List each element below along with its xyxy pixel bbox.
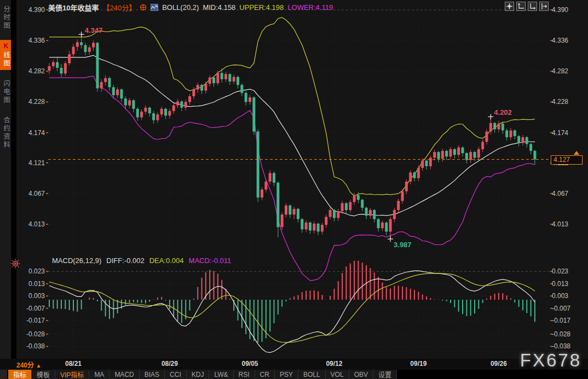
svg-text:0.003: 0.003 <box>552 292 568 300</box>
svg-text:4.013: 4.013 <box>28 220 45 228</box>
toolbar-template[interactable]: 模板 <box>32 370 55 379</box>
svg-text:4.336: 4.336 <box>28 37 45 44</box>
toolbar-vip-indicator[interactable]: VIP指标 <box>55 370 89 379</box>
svg-text:0.013: 0.013 <box>552 280 568 288</box>
x-axis-label: 09/05 <box>238 360 262 368</box>
left-sidebar: 分时图 K线图 闪电图 合约资料 <box>0 0 11 359</box>
instrument-title: 美债10年收益率 <box>48 2 99 13</box>
toolbar-vol[interactable]: VOL <box>326 370 349 379</box>
svg-text:4.121: 4.121 <box>28 159 45 167</box>
boll-lower-value: LOWER:4.119 <box>287 3 333 11</box>
svg-text:4.347: 4.347 <box>85 26 103 34</box>
sidebar-item-flash[interactable]: 闪电图 <box>0 78 11 107</box>
toolbar-rsi[interactable]: RSI <box>234 370 255 379</box>
indicator-toolbar: 指标 模板 VIP指标 MA MACD BIAS CCI KDJ LW& RSI… <box>0 370 588 379</box>
svg-text:0.023: 0.023 <box>28 267 45 275</box>
toolbar-cci[interactable]: CCI <box>165 370 187 379</box>
target-icon[interactable] <box>140 4 147 11</box>
svg-text:4.202: 4.202 <box>494 108 512 116</box>
price-up-marker-icon <box>574 151 579 155</box>
macd-diff-value: DIFF:-0.002 <box>106 256 144 265</box>
sidebar-divider <box>11 0 16 359</box>
svg-text:-0.017: -0.017 <box>26 317 45 324</box>
svg-text:4.336: 4.336 <box>552 37 568 44</box>
svg-text:0.013: 0.013 <box>28 280 45 288</box>
sidebar-item-contract-info[interactable]: 合约资料 <box>0 114 11 151</box>
toolbar-bias[interactable]: BIAS <box>140 370 165 379</box>
trading-app: { "header": { "title": "美债10年收益率", "peri… <box>0 0 588 379</box>
toolbar-kdj[interactable]: KDJ <box>187 370 210 379</box>
period-selector[interactable]: 240分 ▲ <box>16 360 41 369</box>
pan-right-icon[interactable] <box>539 2 549 11</box>
x-axis-label: 09/12 <box>322 360 346 368</box>
toolbar-ma[interactable]: MA <box>89 370 109 379</box>
svg-text:0.003: 0.003 <box>28 292 45 300</box>
fx678-watermark: FX678 <box>520 350 581 371</box>
svg-text:-0.017: -0.017 <box>552 317 570 324</box>
sidebar-item-timeline[interactable]: 分时图 <box>0 3 11 32</box>
svg-text:4.228: 4.228 <box>552 98 568 106</box>
macd-value: MACD:-0.011 <box>189 256 232 265</box>
x-axis-label: 09/19 <box>406 360 430 368</box>
macd-header: MACD(26,12,9) DIFF:-0.002 DEA:0.004 MACD… <box>52 256 231 265</box>
sidebar-item-kline[interactable]: K线图 <box>0 40 11 70</box>
toolbar-settings[interactable]: 设置 <box>373 370 397 379</box>
svg-text:4.390: 4.390 <box>552 6 568 14</box>
toolbar-boll[interactable]: BOLL <box>298 370 326 379</box>
svg-text:4.174: 4.174 <box>28 129 45 137</box>
scale-y-axis-icon[interactable] <box>516 2 526 11</box>
svg-text:-0.007: -0.007 <box>26 305 45 312</box>
crosshair-icon[interactable] <box>505 2 514 11</box>
svg-text:-0.028: -0.028 <box>26 330 45 338</box>
alert-burst-icon[interactable] <box>10 258 21 271</box>
boll-label: BOLL(20,2) <box>162 3 199 11</box>
svg-text:4.282: 4.282 <box>552 67 568 75</box>
boll-upper-value: UPPER:4.198 <box>239 3 284 11</box>
toolbar-indicator[interactable]: 指标 <box>8 370 32 379</box>
x-axis-label: 09/26 <box>487 360 511 368</box>
main-chart[interactable]: 4.3904.3904.3364.3364.2824.2824.2284.228… <box>0 0 588 359</box>
svg-text:4.174: 4.174 <box>552 129 568 137</box>
svg-text:-0.038: -0.038 <box>26 342 45 350</box>
chart-area: 4.3904.3904.3364.3364.2824.2824.2284.228… <box>0 0 588 359</box>
toolbar-obv[interactable]: OBV <box>349 370 373 379</box>
scale-x-axis-icon[interactable] <box>528 2 537 11</box>
x-axis-label: 08/21 <box>61 360 85 368</box>
period-label: 【240分】 <box>102 2 136 13</box>
macd-label: MACD(26,12,9) <box>52 256 101 265</box>
svg-text:0.023: 0.023 <box>552 267 568 275</box>
svg-text:3.987: 3.987 <box>394 241 412 249</box>
price-chart-header: 美债10年收益率 【240分】 BOLL(20,2) MID:4.158 UPP… <box>48 2 333 13</box>
svg-text:4.067: 4.067 <box>28 190 45 197</box>
svg-text:-0.007: -0.007 <box>552 305 570 312</box>
svg-text:4.013: 4.013 <box>552 220 568 228</box>
kline-chart-icon[interactable] <box>151 4 158 11</box>
toolbar-macd[interactable]: MACD <box>109 370 139 379</box>
svg-text:4.067: 4.067 <box>552 190 568 197</box>
svg-text:4.390: 4.390 <box>28 6 45 14</box>
toolbar-stub <box>0 370 7 379</box>
toolbar-cr[interactable]: CR <box>255 370 275 379</box>
macd-dea-value: DEA:0.004 <box>149 256 184 265</box>
svg-text:-0.038: -0.038 <box>552 342 570 350</box>
toolbar-psy[interactable]: PSY <box>275 370 298 379</box>
chevron-up-icon: ▲ <box>36 363 41 369</box>
x-axis-label: 08/29 <box>158 360 182 368</box>
chart-tool-icons <box>505 2 549 11</box>
svg-text:4.282: 4.282 <box>28 67 45 75</box>
svg-text:4.228: 4.228 <box>28 98 45 106</box>
x-axis-row: 240分 ▲ 08/2108/2909/0509/1209/1909/26 <box>0 359 588 370</box>
svg-text:-0.028: -0.028 <box>552 330 570 338</box>
current-price-badge: 4.127 <box>551 155 583 165</box>
boll-mid-value: MID:4.158 <box>203 3 235 11</box>
toolbar-lw[interactable]: LW& <box>209 370 233 379</box>
